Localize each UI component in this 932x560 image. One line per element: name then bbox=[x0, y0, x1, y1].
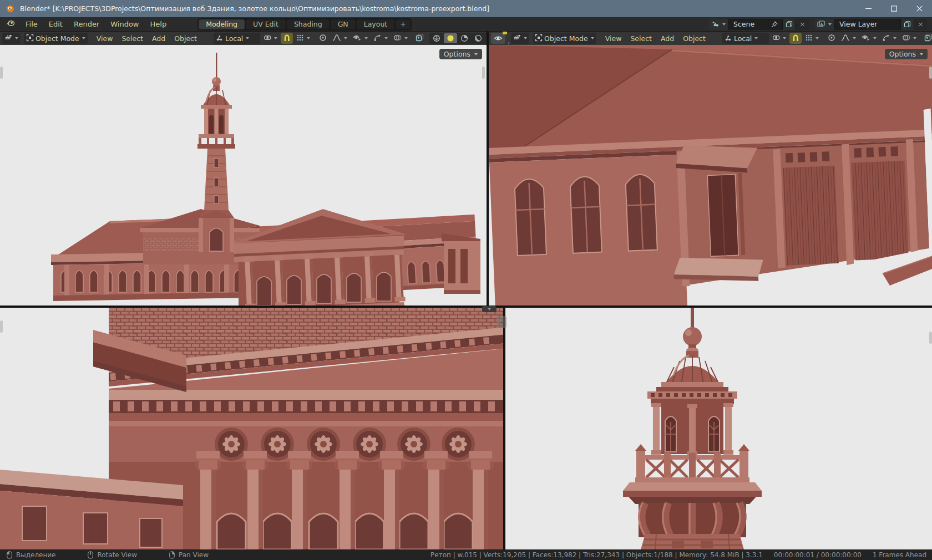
region-edge-handle[interactable] bbox=[0, 320, 3, 333]
minimize-button[interactable] bbox=[855, 0, 881, 17]
region-corner-arrow[interactable]: ‹ bbox=[497, 316, 506, 328]
xray-icon bbox=[416, 33, 424, 43]
xray-toggle[interactable] bbox=[413, 33, 426, 44]
shading-material-button[interactable] bbox=[458, 33, 471, 43]
gizmo-icon bbox=[882, 34, 890, 43]
menu-edit[interactable]: Edit bbox=[43, 17, 68, 31]
orientation-label: Local bbox=[734, 34, 752, 43]
snap-toggle[interactable] bbox=[789, 33, 802, 44]
octagonal-platform bbox=[623, 482, 762, 504]
menu-window[interactable]: Window bbox=[105, 17, 144, 31]
menu-file[interactable]: File bbox=[20, 17, 43, 31]
add-workspace-button[interactable]: + bbox=[396, 19, 410, 29]
eye-cursor-icon bbox=[862, 34, 870, 43]
falloff-select[interactable] bbox=[839, 33, 858, 44]
tab-layout[interactable]: Layout bbox=[357, 19, 395, 29]
object-visibility-select[interactable] bbox=[351, 33, 370, 44]
hint-label: Pan View bbox=[179, 551, 209, 559]
header-visibility-eye-button[interactable]: › bbox=[491, 33, 505, 44]
gizmos-toggle[interactable] bbox=[371, 33, 390, 44]
proportional-edit-toggle[interactable] bbox=[317, 33, 329, 44]
chevron-down-icon bbox=[274, 37, 277, 39]
scene-building-overview bbox=[0, 45, 487, 306]
new-scene-button[interactable] bbox=[782, 19, 796, 30]
gizmo-icon bbox=[373, 34, 382, 43]
xray-toggle[interactable] bbox=[922, 33, 932, 44]
tab-shading[interactable]: Shading bbox=[287, 19, 330, 29]
shading-rendered-button[interactable] bbox=[472, 33, 485, 43]
viewport-options-button[interactable]: Options bbox=[885, 49, 928, 59]
overlays-toggle[interactable] bbox=[391, 33, 410, 44]
proportional-edit-toggle[interactable] bbox=[825, 33, 838, 44]
menu-view[interactable]: View bbox=[92, 34, 118, 43]
region-edge-handle[interactable] bbox=[482, 67, 485, 79]
chevron-down-icon bbox=[783, 37, 786, 39]
new-view-layer-button[interactable] bbox=[900, 19, 914, 30]
viewport-4-canvas[interactable] bbox=[505, 308, 932, 549]
region-corner-chevron[interactable] bbox=[482, 306, 497, 312]
chevron-down-icon bbox=[754, 37, 758, 39]
scene-corner-closeup bbox=[489, 45, 932, 306]
region-edge-handle[interactable] bbox=[0, 67, 3, 79]
mode-select[interactable]: Object Mode bbox=[533, 33, 596, 44]
orientation-icon bbox=[725, 34, 732, 43]
tab-gn[interactable]: GN bbox=[331, 19, 356, 29]
editor-type-button[interactable] bbox=[511, 33, 529, 44]
options-label: Options bbox=[889, 50, 916, 58]
viewport-2-canvas[interactable]: Options bbox=[489, 45, 932, 306]
object-visibility-select[interactable] bbox=[859, 33, 879, 44]
tab-uv-edit[interactable]: UV Edit bbox=[246, 19, 286, 29]
mode-select[interactable]: Object Mode bbox=[24, 33, 88, 44]
menu-object[interactable]: Object bbox=[678, 34, 710, 43]
object-mode-icon bbox=[535, 34, 543, 43]
pivot-icon bbox=[264, 34, 271, 43]
pin-icon[interactable] bbox=[771, 21, 778, 28]
falloff-select[interactable] bbox=[330, 33, 350, 44]
chevron-down-icon bbox=[893, 37, 896, 39]
viewport-3-canvas[interactable] bbox=[0, 308, 503, 549]
menu-view[interactable]: View bbox=[601, 34, 626, 43]
viewport-1-canvas[interactable]: Options bbox=[0, 45, 487, 306]
pivot-point-select[interactable] bbox=[261, 33, 280, 44]
unlink-scene-button[interactable]: × bbox=[796, 19, 809, 30]
blender-menu-icon[interactable] bbox=[6, 19, 16, 29]
blender-window: Blender* [K:\PROJECTS\3DProjects\Оптимиз… bbox=[0, 0, 932, 560]
scene-name-field[interactable]: Scene bbox=[729, 19, 782, 30]
maximize-button[interactable] bbox=[881, 0, 906, 17]
view-layer-name-field[interactable]: View Layer bbox=[835, 19, 900, 30]
region-edge-handle[interactable] bbox=[929, 332, 932, 344]
snap-toggle[interactable] bbox=[281, 33, 293, 44]
viewport-options-button[interactable]: Options bbox=[439, 49, 482, 59]
hint-pan: Pan View bbox=[169, 551, 209, 559]
close-button[interactable] bbox=[906, 0, 932, 17]
pivot-icon bbox=[772, 34, 780, 43]
chevron-down-icon bbox=[82, 37, 85, 39]
gizmos-toggle[interactable] bbox=[880, 33, 899, 44]
pivot-point-select[interactable] bbox=[770, 33, 788, 44]
menu-help[interactable]: Help bbox=[145, 17, 173, 31]
eye-cursor-icon bbox=[353, 34, 362, 43]
shading-wireframe-button[interactable] bbox=[430, 33, 443, 43]
remove-view-layer-button[interactable]: × bbox=[914, 19, 927, 30]
snap-settings-select[interactable] bbox=[294, 33, 312, 44]
overlays-toggle[interactable] bbox=[900, 33, 919, 44]
menu-select[interactable]: Select bbox=[117, 34, 148, 43]
transform-orientation-select[interactable]: Local bbox=[214, 33, 260, 44]
chevron-down-icon bbox=[913, 37, 916, 39]
scene-browse-button[interactable] bbox=[708, 19, 729, 30]
tab-modeling[interactable]: Modeling bbox=[199, 19, 245, 29]
yellow-tag-marker bbox=[503, 32, 507, 34]
shading-solid-button[interactable] bbox=[444, 33, 457, 43]
menu-add[interactable]: Add bbox=[656, 34, 678, 43]
menu-select[interactable]: Select bbox=[626, 34, 656, 43]
menu-add[interactable]: Add bbox=[148, 34, 170, 43]
lantern bbox=[651, 403, 733, 456]
view-layer-browse-button[interactable] bbox=[814, 19, 835, 30]
menu-render[interactable]: Render bbox=[68, 17, 105, 31]
menu-object[interactable]: Object bbox=[170, 34, 201, 43]
region-edge-handle[interactable] bbox=[929, 67, 932, 79]
transform-orientation-select[interactable]: Local bbox=[722, 33, 769, 44]
chevron-down-icon bbox=[828, 23, 832, 26]
editor-type-button[interactable] bbox=[2, 33, 21, 44]
snap-settings-select[interactable] bbox=[803, 33, 821, 44]
